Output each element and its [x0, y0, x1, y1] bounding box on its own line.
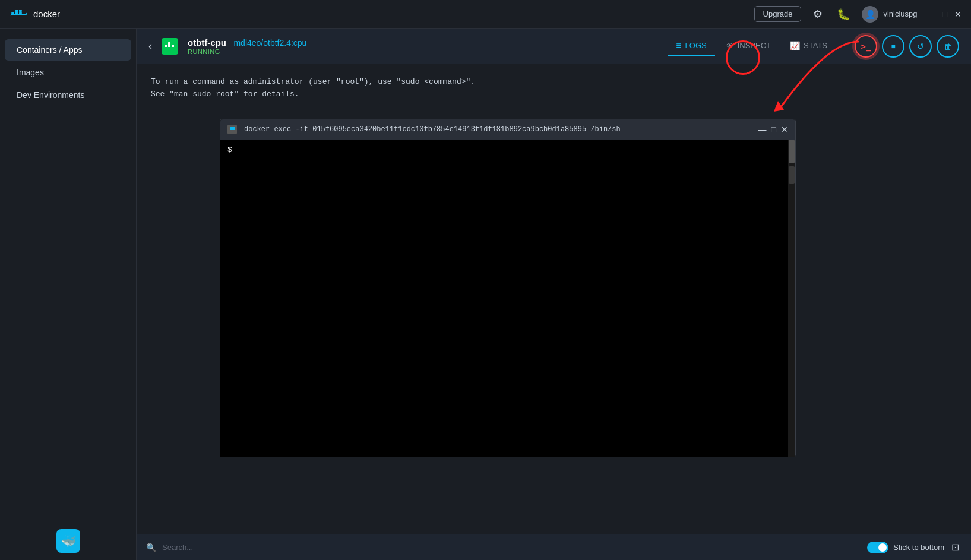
tab-inspect[interactable]: 👁 INSPECT — [717, 37, 779, 55]
titlebar-right: Upgrade ⚙ 🐛 👤 viniciuspg — □ ✕ — [754, 5, 961, 23]
open-terminal-button[interactable]: >_ — [855, 35, 877, 58]
terminal-titlebar: docker exec -it 015f6095eca3420be11f1cdc… — [220, 119, 795, 140]
back-button[interactable]: ‹ — [148, 40, 152, 52]
username: viniciuspg — [883, 10, 917, 18]
svg-rect-7 — [172, 45, 174, 47]
docker-logo-text: docker — [33, 9, 60, 19]
expand-button[interactable]: ⊡ — [949, 539, 961, 555]
titlebar: docker Upgrade ⚙ 🐛 👤 viniciuspg — □ ✕ — [0, 0, 971, 29]
sidebar-item-label: Images — [17, 68, 44, 77]
logs-tab-icon: ≡ — [676, 40, 681, 51]
sidebar-item-label: Dev Environments — [17, 90, 84, 100]
avatar: 👤 — [862, 6, 878, 23]
terminal-maximize-button[interactable]: □ — [771, 125, 776, 134]
svg-rect-6 — [168, 45, 170, 47]
svg-rect-9 — [230, 128, 235, 129]
tab-bar: ≡ LOGS 👁 INSPECT 📈 STATS — [668, 37, 836, 56]
stop-button[interactable]: ■ — [882, 35, 904, 58]
titlebar-left: docker — [10, 5, 60, 24]
svg-rect-4 — [19, 10, 22, 12]
stick-to-bottom-toggle[interactable] — [867, 542, 888, 553]
search-input[interactable] — [162, 543, 861, 552]
terminal-prompt: $ — [227, 145, 232, 154]
terminal-scrollbar[interactable] — [788, 140, 795, 457]
tab-logs[interactable]: ≡ LOGS — [668, 37, 714, 56]
sidebar: Containers / Apps Images Dev Environment… — [0, 29, 137, 560]
sidebar-item-dev-environments[interactable]: Dev Environments — [5, 84, 131, 106]
search-icon: 🔍 — [146, 543, 156, 552]
sidebar-item-images[interactable]: Images — [5, 62, 131, 83]
container-name: otbtf-cpu mdl4eo/otbtf2.4:cpu — [188, 37, 658, 48]
stats-tab-label: STATS — [804, 41, 827, 50]
container-header: ‹ otbtf-cpu mdl4eo/otbtf2.4:cpu RUNNING — [137, 29, 971, 64]
svg-rect-8 — [168, 42, 170, 45]
svg-rect-11 — [230, 129, 235, 130]
terminal-minimize-button[interactable]: — — [758, 125, 767, 134]
sidebar-item-label: Containers / Apps — [17, 45, 83, 55]
stick-to-bottom: Stick to bottom ⊡ — [867, 539, 961, 555]
action-buttons: >_ ■ ↺ 🗑 — [855, 35, 959, 58]
window-controls: — □ ✕ — [927, 10, 961, 18]
upgrade-button[interactable]: Upgrade — [754, 6, 802, 22]
bug-icon[interactable]: 🐛 — [834, 5, 852, 23]
delete-button[interactable]: 🗑 — [937, 35, 959, 58]
sidebar-item-containers[interactable]: Containers / Apps — [5, 39, 131, 61]
close-button[interactable]: ✕ — [954, 10, 961, 18]
stats-tab-icon: 📈 — [790, 41, 800, 50]
container-info: otbtf-cpu mdl4eo/otbtf2.4:cpu RUNNING — [188, 37, 658, 55]
svg-rect-12 — [231, 131, 233, 131]
search-bar: 🔍 Stick to bottom ⊡ — [137, 534, 971, 560]
scrollbar-thumb — [789, 140, 795, 163]
terminal-close-button[interactable]: ✕ — [781, 125, 788, 134]
docker-icon: 🐳 — [56, 529, 80, 553]
sidebar-bottom: 🐳 — [0, 522, 137, 560]
inspect-tab-icon: 👁 — [726, 41, 734, 50]
restart-button[interactable]: ↺ — [909, 35, 932, 58]
svg-rect-10 — [230, 127, 235, 128]
maximize-button[interactable]: □ — [942, 10, 947, 18]
scrollbar-thumb-2 — [789, 166, 795, 184]
svg-rect-3 — [15, 10, 18, 12]
container-status: RUNNING — [188, 48, 658, 55]
minimize-button[interactable]: — — [927, 10, 935, 18]
tab-stats[interactable]: 📈 STATS — [782, 37, 836, 55]
inspect-tab-label: INSPECT — [738, 41, 771, 50]
container-status-icon — [162, 38, 178, 55]
docker-logo: docker — [10, 5, 60, 24]
user-info: 👤 viniciuspg — [862, 6, 917, 23]
terminal-icon — [227, 125, 237, 134]
terminal-title: docker exec -it 015f6095eca3420be11f1cdc… — [244, 125, 621, 134]
terminal-controls: — □ ✕ — [758, 125, 788, 134]
logs-tab-label: LOGS — [685, 41, 707, 50]
log-line-1: To run a command as administrator (user … — [151, 76, 957, 88]
stick-to-bottom-label: Stick to bottom — [893, 543, 944, 552]
log-line-2: See "man sudo_root" for details. — [151, 88, 957, 101]
terminal-body[interactable]: $ — [220, 140, 795, 457]
svg-rect-5 — [165, 45, 167, 47]
settings-icon[interactable]: ⚙ — [811, 5, 825, 23]
docker-logo-icon — [10, 5, 29, 24]
terminal-window: docker exec -it 015f6095eca3420be11f1cdc… — [220, 119, 796, 457]
